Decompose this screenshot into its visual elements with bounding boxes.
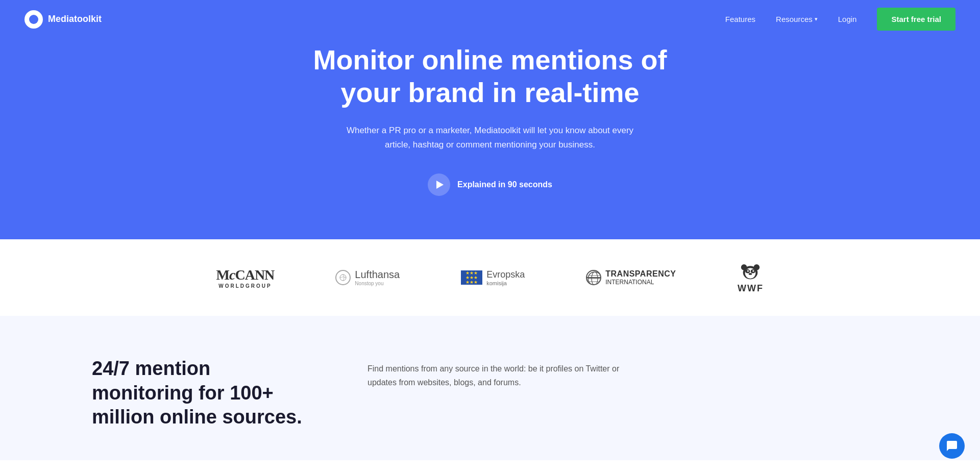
svg-point-8 (741, 264, 747, 270)
nav-resources-label: Resources (776, 15, 813, 23)
feature-left: 24/7 mention monitoring for 100+ million… (92, 357, 306, 430)
logos-strip: McCANN WORLDGROUP Lufthansa Nonstop you … (0, 239, 980, 316)
nav-features-link[interactable]: Features (725, 15, 755, 23)
transparency-globe-icon (586, 270, 601, 285)
logo-text: Mediatoolkit (48, 14, 102, 24)
logo-eu-komisija: ★★★★★★★★★ Evropska komisija (461, 269, 525, 286)
svg-point-9 (754, 264, 760, 270)
logo-icon (24, 10, 43, 29)
video-label: Explained in 90 seconds (457, 180, 552, 189)
lufthansa-name: Lufthansa (355, 269, 400, 281)
logo-icon-inner (29, 15, 38, 24)
logo-transparency: TRANSPARENCY INTERNATIONAL (586, 269, 676, 286)
eu-flag-icon: ★★★★★★★★★ (461, 270, 482, 285)
feature-description: Find mentions from any source in the wor… (368, 362, 633, 389)
logo-lufthansa: Lufthansa Nonstop you (335, 269, 400, 286)
start-trial-button[interactable]: Start free trial (877, 8, 955, 31)
eu-text-block: Evropska komisija (486, 269, 525, 286)
transparency-sub: INTERNATIONAL (605, 279, 676, 286)
lufthansa-text-block: Lufthansa Nonstop you (355, 269, 400, 286)
svg-point-12 (747, 270, 749, 271)
nav-right: Features Resources ▾ Login Start free tr… (725, 8, 955, 31)
mccann-name: McCANN (216, 267, 275, 283)
svg-point-13 (753, 270, 754, 271)
chat-widget-button[interactable] (939, 433, 965, 459)
wwf-panda-icon (737, 262, 764, 282)
nav-resources-dropdown[interactable]: Resources ▾ (776, 15, 818, 23)
svg-point-0 (340, 275, 346, 281)
transparency-text-block: TRANSPARENCY INTERNATIONAL (605, 269, 676, 286)
feature-right: Find mentions from any source in the wor… (368, 357, 888, 430)
nav-login-link[interactable]: Login (838, 15, 857, 23)
navigation: Mediatoolkit Features Resources ▾ Login … (0, 0, 980, 38)
hero-title: Monitor online mentions of your brand in… (311, 43, 669, 110)
transparency-name: TRANSPARENCY (605, 269, 676, 279)
chevron-down-icon: ▾ (815, 16, 818, 22)
chat-icon (946, 440, 958, 452)
feature-section: 24/7 mention monitoring for 100+ million… (0, 316, 980, 460)
lufthansa-icon (335, 270, 351, 285)
eu-sub: komisija (486, 280, 525, 286)
play-icon (428, 173, 450, 196)
video-play-button[interactable]: Explained in 90 seconds (428, 173, 552, 196)
eu-name: Evropska (486, 269, 525, 280)
logo-mccann: McCANN WORLDGROUP (216, 267, 275, 289)
hero-subtitle: Whether a PR pro or a marketer, Mediatoo… (337, 123, 643, 152)
wwf-name: WWF (738, 283, 764, 294)
lufthansa-sub: Nonstop you (355, 281, 400, 286)
svg-point-14 (749, 272, 752, 275)
play-triangle-icon (436, 181, 444, 189)
feature-title: 24/7 mention monitoring for 100+ million… (92, 357, 306, 430)
logo-link[interactable]: Mediatoolkit (24, 10, 102, 29)
mccann-sub: WORLDGROUP (218, 283, 272, 289)
logo-wwf: WWF (737, 262, 764, 294)
